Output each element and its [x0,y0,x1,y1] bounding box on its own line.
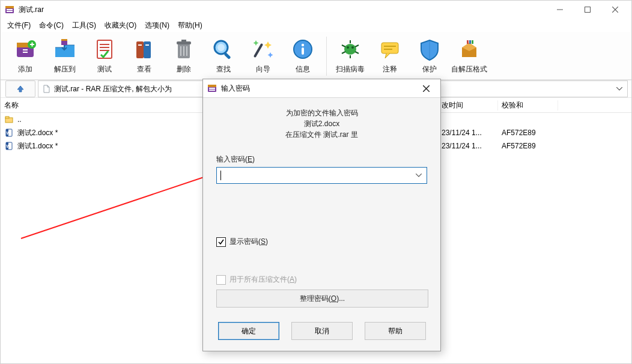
svg-point-38 [351,46,354,49]
dialog-body: 为加密的文件输入密码 测试2.docx 在压缩文件 测试.rar 里 输入密码(… [203,98,440,314]
close-button[interactable] [601,1,629,19]
password-input[interactable] [216,167,427,184]
show-password-checkbox[interactable] [216,237,226,247]
svg-rect-40 [384,46,396,47]
svg-rect-57 [208,85,216,87]
extract-icon [52,37,78,62]
info-icon [290,37,316,62]
toolbar-test-button[interactable]: 测试 [86,35,123,77]
toolbar-comment-button[interactable]: 注释 [371,35,409,77]
toolbar-label: 查看 [137,64,151,74]
svg-point-34 [302,44,304,46]
menu-item[interactable]: 帮助(H) [174,19,207,32]
dialog-title: 输入密码 [221,83,250,94]
toolbar-find-button[interactable]: 查找 [205,35,242,77]
protect-icon [416,37,443,62]
toolbar-add-button[interactable]: 添加 [7,35,44,77]
maximize-button[interactable] [574,1,601,19]
toolbar-sfx-button[interactable]: 自解压格式 [451,35,488,77]
svg-rect-8 [23,49,28,50]
toolbar-protect-button[interactable]: 保护 [411,35,448,77]
delete-icon [171,37,197,62]
svg-rect-59 [209,89,215,91]
toolbar-label: 向导 [256,64,270,74]
menu-item[interactable]: 工具(S) [68,19,100,32]
svg-rect-28 [186,46,187,56]
svg-text:W: W [7,131,11,135]
password-label: 输入密码(E) [216,154,427,165]
ok-button[interactable]: 确定 [218,322,279,340]
find-icon [210,37,237,62]
folder-icon [4,115,14,124]
file-crc: AF572E89 [498,129,558,137]
svg-rect-12 [32,43,33,47]
text-caret [220,171,221,180]
docx-icon: W [4,128,14,138]
show-password-row: 显示密码(S) [216,237,427,247]
password-history-dropdown-icon[interactable] [412,168,426,183]
toolbar-delete-button[interactable]: 删除 [165,35,202,77]
svg-rect-24 [177,41,191,44]
use-for-all-row: 用于所有压缩文件(A) [216,275,427,285]
menu-item[interactable]: 选项(N) [141,19,174,32]
minimize-button[interactable] [546,1,574,19]
svg-rect-43 [467,40,469,44]
toolbar-label: 解压到 [54,64,76,74]
menu-item[interactable]: 收藏夹(O) [100,19,141,32]
dialog-prompt: 为加密的文件输入密码 [216,108,427,118]
svg-rect-58 [209,88,215,89]
add-icon [12,37,38,62]
toolbar-wizard-button[interactable]: 向导 [245,35,282,77]
svg-rect-22 [145,44,149,46]
svg-point-30 [217,44,225,51]
toolbar-virus-button[interactable]: 扫描病毒 [332,35,369,77]
menu-item[interactable]: 命令(C) [35,19,68,32]
wizard-icon [250,37,276,62]
virus-icon [337,37,363,62]
dialog-app-icon [207,83,217,94]
toolbar-label: 扫描病毒 [336,64,365,74]
file-name: .. [17,115,22,124]
svg-rect-26 [180,46,181,56]
svg-rect-21 [138,44,142,46]
svg-rect-39 [381,43,398,53]
svg-rect-17 [100,47,109,48]
column-mtime[interactable]: 改时间 [438,100,498,111]
menubar: 文件(F)命令(C)工具(S)收藏夹(O)选项(N)帮助(H) [1,19,631,32]
svg-rect-2 [7,9,13,10]
svg-rect-19 [136,41,144,58]
svg-rect-41 [384,49,392,50]
dialog-prompt-block: 为加密的文件输入密码 测试2.docx 在压缩文件 测试.rar 里 [216,108,427,140]
toolbar-label: 信息 [296,64,310,74]
menu-item[interactable]: 文件(F) [3,19,35,32]
column-crc[interactable]: 校验和 [498,100,558,111]
window-title: 测试.rar [19,5,44,15]
up-button[interactable] [5,80,35,97]
file-crc: AF572E89 [498,142,558,150]
svg-rect-27 [183,46,184,56]
svg-rect-44 [469,40,471,44]
show-password-label: 显示密码(S) [229,237,268,247]
toolbar-extract-button[interactable]: 解压到 [46,35,84,77]
dialog-archive-location: 在压缩文件 测试.rar 里 [216,129,427,140]
address-text: 测试.rar - RAR 压缩文件, 解包大小为 [54,84,172,94]
toolbar-view-button[interactable]: 查看 [126,35,163,77]
toolbar-label: 查找 [216,64,231,74]
svg-rect-25 [181,40,186,41]
toolbar: 添加解压到测试查看删除查找向导信息扫描病毒注释保护自解压格式 [1,32,631,80]
help-button[interactable]: 帮助 [365,322,426,340]
svg-rect-3 [7,11,13,12]
svg-rect-45 [472,40,473,44]
file-name: 测试1.docx * [17,141,58,151]
organize-passwords-button[interactable]: 整理密码(O)... [216,290,428,308]
cancel-button[interactable]: 取消 [291,322,353,340]
toolbar-label: 保护 [422,64,437,74]
dialog-target-file: 测试2.docx [216,118,427,129]
svg-rect-9 [23,52,28,53]
dialog-close-button[interactable] [414,79,438,97]
address-dropdown-icon[interactable] [612,82,627,96]
test-icon [91,37,118,62]
toolbar-info-button[interactable]: 信息 [284,35,321,77]
file-name: 测试2.docx * [17,128,58,138]
svg-rect-14 [61,39,67,41]
